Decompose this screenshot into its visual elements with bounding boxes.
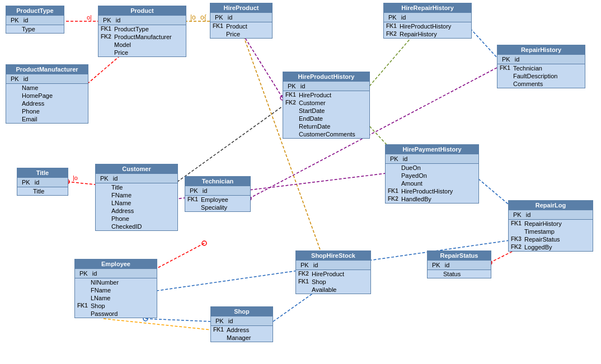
svg-line-14 xyxy=(67,182,95,185)
svg-text:|o: |o xyxy=(190,13,196,21)
entity-header-customer: Customer xyxy=(96,164,177,173)
entity-repairstatus: RepairStatus PK id Status xyxy=(427,250,491,278)
svg-point-27 xyxy=(202,241,206,245)
entity-header-shophirestock: ShopHireStock xyxy=(296,251,370,260)
svg-text:o{: o{ xyxy=(200,13,206,21)
entity-repairlog: RepairLog PK id FK1RepairHistory Timesta… xyxy=(508,200,593,252)
svg-line-3 xyxy=(84,53,123,87)
entity-header-technician: Technician xyxy=(185,177,250,186)
entity-productmanufacturer: ProductManufacturer PK id Name HomePage … xyxy=(6,64,88,124)
entity-header-employee: Employee xyxy=(75,259,157,268)
entity-title: Title PK id Title xyxy=(17,168,68,196)
svg-line-33 xyxy=(104,319,212,330)
entity-header-hirerepairhistory: HireRepairHistory xyxy=(384,3,471,12)
entity-customer: Customer PK id Title FName LName Address… xyxy=(95,164,178,231)
entity-header-hireproducthistory: HireProductHistory xyxy=(283,72,369,81)
entity-employee: Employee PK id NINumber FName LName FK1S… xyxy=(74,259,157,318)
entity-header-hireproduct: HireProduct xyxy=(210,3,272,12)
svg-line-28 xyxy=(145,319,212,322)
entity-technician: Technician PK id FK1Employee Speciality xyxy=(185,176,251,212)
svg-line-17 xyxy=(173,106,283,185)
entity-shophirestock: ShopHireStock PK id FK2HireProduct FK1Sh… xyxy=(295,250,371,294)
entity-header-title: Title xyxy=(17,168,68,177)
entity-header-repairlog: RepairLog xyxy=(509,201,593,210)
svg-text:o|: o| xyxy=(87,14,92,21)
entity-shop: Shop PK id FK1Address Manager xyxy=(210,306,273,342)
entity-header-product: Product xyxy=(98,6,186,15)
entity-header-productmanufacturer: ProductManufacturer xyxy=(6,65,88,74)
entity-product: Product PK id FK1ProductType FK2ProductM… xyxy=(98,6,186,57)
entity-producttype: ProductType PK id Type xyxy=(6,6,64,34)
entity-header-repairhistory: RepairHistory xyxy=(497,45,585,54)
entity-hireproducthistory: HireProductHistory PK id FK1HireProduct … xyxy=(283,72,370,139)
svg-line-8 xyxy=(241,31,283,98)
entity-header-producttype: ProductType xyxy=(6,6,64,15)
entity-hirerepairhistory: HireRepairHistory PK id FK1HireProductHi… xyxy=(383,3,472,39)
entity-repairhistory: RepairHistory PK id FK1Technician FaultD… xyxy=(497,45,585,88)
svg-line-26 xyxy=(157,243,204,268)
svg-line-32 xyxy=(241,28,322,254)
entity-hirepaymenthistory: HirePaymentHistory PK id DueOn PayedOn A… xyxy=(385,144,479,204)
svg-text:|o: |o xyxy=(73,174,78,181)
diagram-container: o| |o o{ |o xyxy=(0,0,601,364)
entity-header-repairstatus: RepairStatus xyxy=(428,251,491,260)
svg-line-12 xyxy=(467,25,498,59)
entity-header-hirepaymenthistory: HirePaymentHistory xyxy=(386,145,478,154)
entity-hireproduct: HireProduct PK id FK1Product Price xyxy=(210,3,273,39)
entity-header-shop: Shop xyxy=(211,307,273,316)
